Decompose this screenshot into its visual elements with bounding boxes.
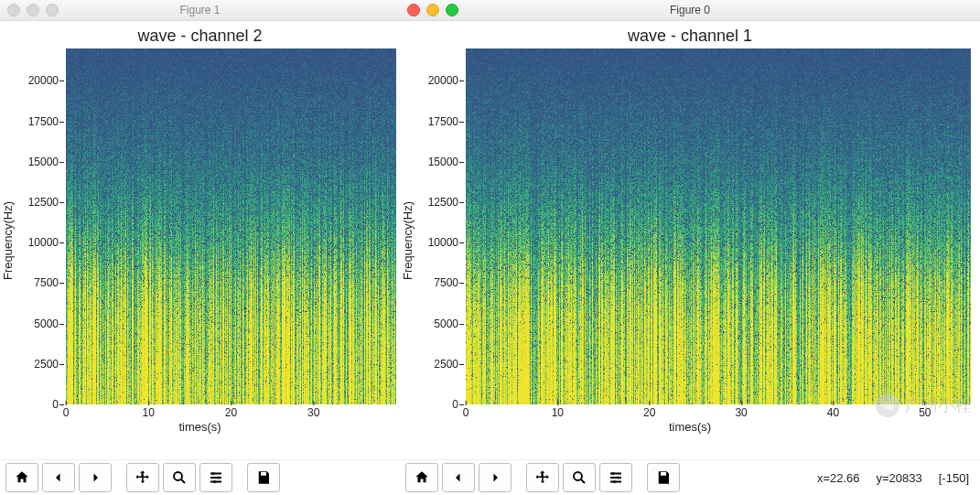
spectrogram-canvas — [66, 48, 396, 404]
configure-button[interactable] — [199, 463, 232, 492]
y-tick-label: 10000 — [16, 236, 59, 249]
y-tick-label: 20000 — [16, 74, 59, 87]
x-tick-label: 10 — [552, 406, 564, 419]
zoom-button[interactable] — [163, 463, 196, 492]
y-tick-label: 15000 — [16, 156, 59, 168]
svg-point-0 — [174, 472, 182, 480]
y-tick-label: 7500 — [416, 276, 458, 289]
configure-button[interactable] — [599, 463, 632, 492]
home-button[interactable] — [5, 463, 38, 492]
y-tick-label: 7500 — [16, 276, 59, 289]
x-tick-label: 50 — [919, 406, 931, 419]
save-button[interactable] — [647, 463, 680, 492]
svg-point-2 — [218, 477, 221, 479]
svg-point-8 — [618, 477, 620, 479]
x-tick-label: 0 — [463, 406, 469, 419]
x-tick-label: 30 — [307, 406, 319, 419]
chart-title: wave - channel 2 — [0, 27, 400, 46]
minimize-icon[interactable] — [27, 4, 39, 16]
maximize-icon[interactable] — [46, 4, 59, 16]
x-axis-label: times(s) — [0, 420, 400, 434]
y-axis-label: Frequency(Hz) — [401, 201, 415, 280]
spectrogram-canvas — [466, 48, 971, 404]
status-x: x=22.66 — [817, 471, 860, 485]
back-button[interactable] — [442, 463, 475, 492]
y-tick-label: 15000 — [416, 156, 458, 168]
matplotlib-toolbar — [0, 459, 400, 495]
y-tick-label: 0 — [416, 398, 458, 411]
svg-point-3 — [213, 480, 216, 483]
y-ticks: 02500500075001000012500150001750020000 — [420, 48, 462, 404]
y-tick-label: 10000 — [416, 236, 458, 249]
x-ticks: 0102030 — [66, 406, 396, 419]
x-tick-label: 30 — [735, 406, 747, 419]
x-tick-label: 0 — [63, 406, 70, 419]
plot-area[interactable]: wave - channel 2 Frequency(Hz) 025005000… — [0, 21, 400, 459]
y-tick-label: 17500 — [416, 115, 458, 128]
home-button[interactable] — [405, 463, 438, 492]
matplotlib-toolbar: x=22.66 y=20833 [-150] — [400, 459, 980, 495]
titlebar[interactable]: Figure 1 — [0, 0, 400, 21]
plot-area[interactable]: wave - channel 1 Frequency(Hz) 025005000… — [400, 21, 980, 459]
x-ticks: 01020304050 — [466, 406, 971, 419]
window-title: Figure 0 — [400, 4, 980, 16]
figure-window-1: Figure 1 wave - channel 2 Frequency(Hz) … — [0, 0, 400, 495]
close-icon[interactable] — [7, 4, 20, 16]
svg-point-6 — [574, 472, 582, 480]
y-axis-label: Frequency(Hz) — [1, 201, 15, 280]
x-tick-label: 10 — [143, 406, 155, 419]
y-tick-label: 12500 — [16, 196, 59, 209]
svg-point-7 — [612, 472, 615, 475]
y-tick-label: 12500 — [416, 196, 458, 209]
axes[interactable] — [66, 48, 396, 404]
cursor-status: x=22.66 y=20833 [-150] — [817, 471, 975, 485]
zoom-button[interactable] — [563, 463, 596, 492]
y-tick-label: 5000 — [16, 317, 59, 330]
x-axis-label: times(s) — [400, 420, 980, 434]
close-icon[interactable] — [407, 4, 420, 16]
back-button[interactable] — [42, 463, 75, 492]
window-title: Figure 1 — [0, 4, 400, 16]
svg-point-1 — [212, 472, 215, 475]
save-button[interactable] — [247, 463, 280, 492]
y-tick-label: 2500 — [416, 358, 458, 371]
forward-button[interactable] — [79, 463, 112, 492]
x-tick-label: 20 — [225, 406, 237, 419]
y-tick-label: 5000 — [416, 317, 458, 330]
x-tick-label: 40 — [827, 406, 839, 419]
y-tick-label: 2500 — [16, 358, 59, 371]
y-tick-label: 20000 — [416, 74, 458, 87]
x-tick-label: 20 — [643, 406, 655, 419]
status-extra: [-150] — [939, 471, 969, 485]
y-ticks: 02500500075001000012500150001750020000 — [20, 48, 62, 404]
svg-point-9 — [613, 480, 616, 483]
y-tick-label: 17500 — [16, 115, 59, 128]
status-y: y=20833 — [877, 471, 922, 485]
y-tick-label: 0 — [16, 398, 59, 411]
forward-button[interactable] — [479, 463, 512, 492]
chart-title: wave - channel 1 — [400, 27, 980, 46]
axes[interactable] — [466, 48, 971, 404]
minimize-icon[interactable] — [426, 4, 439, 16]
titlebar[interactable]: Figure 0 — [400, 0, 980, 21]
pan-button[interactable] — [526, 463, 559, 492]
maximize-icon[interactable] — [446, 4, 458, 16]
figure-window-0: Figure 0 wave - channel 1 Frequency(Hz) … — [400, 0, 980, 495]
pan-button[interactable] — [126, 463, 159, 492]
